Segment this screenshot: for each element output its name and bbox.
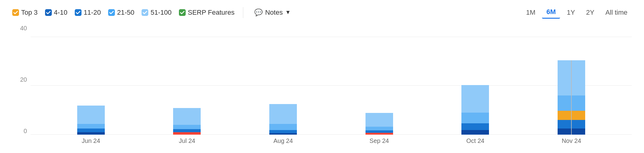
checkbox-51-100[interactable]	[142, 9, 148, 16]
bar-group[interactable]	[173, 108, 201, 135]
legend-item-4-10[interactable]: 4-10	[45, 9, 67, 17]
bar-group[interactable]	[558, 60, 585, 135]
chevron-down-icon: ▼	[285, 9, 291, 16]
bar-segment	[269, 130, 297, 133]
x-axis-label: Jun 24	[77, 137, 105, 144]
bars-container	[31, 25, 632, 135]
bar-segment	[173, 108, 201, 125]
legend-label-51-100: 51-100	[150, 9, 172, 17]
bar-segment	[461, 123, 489, 130]
toolbar: Top 34-1011-2021-5051-100SERP Features💬N…	[12, 6, 632, 19]
bar-segment	[461, 130, 489, 135]
y-axis-label: 0	[24, 128, 27, 135]
bar-segment	[173, 125, 201, 129]
bar-stack-Oct-24	[461, 85, 489, 135]
bar-group[interactable]	[77, 106, 105, 135]
checkbox-4-10[interactable]	[45, 9, 52, 16]
chart-area: 40200 Jun 24Jul 24Aug 24Sep 24Oct 24Nov …	[12, 22, 632, 147]
legend-label-21-50: 21-50	[117, 9, 134, 17]
bar-segment	[366, 130, 393, 133]
time-btn-2y[interactable]: 2Y	[582, 7, 599, 18]
bar-segment	[366, 127, 393, 130]
bar-segment	[461, 85, 489, 113]
bar-stack-Sep-24	[366, 113, 393, 135]
bar-segment	[173, 132, 201, 135]
x-axis-label: Jul 24	[173, 137, 201, 144]
bar-group[interactable]	[366, 113, 393, 135]
bar-segment	[77, 106, 105, 124]
y-axis-label: 20	[20, 76, 27, 83]
time-btn-all-time[interactable]: All time	[601, 7, 632, 18]
x-axis-label: Sep 24	[366, 137, 393, 144]
legend-label-top3: Top 3	[21, 9, 38, 17]
y-axis: 40200	[12, 22, 31, 147]
bar-segment	[77, 132, 105, 135]
bar-group[interactable]	[269, 104, 297, 135]
x-axis-label: Oct 24	[461, 137, 489, 144]
x-axis-label: Aug 24	[269, 137, 297, 144]
chart-body: Jun 24Jul 24Aug 24Sep 24Oct 24Nov 24	[31, 22, 632, 147]
checkbox-21-50[interactable]	[108, 9, 115, 16]
bar-segment	[366, 113, 393, 127]
time-range-group: 1M6M1Y2YAll time	[522, 6, 632, 19]
notes-label: Notes	[265, 9, 282, 17]
y-axis-label: 40	[20, 25, 27, 32]
x-labels: Jun 24Jul 24Aug 24Sep 24Oct 24Nov 24	[31, 135, 632, 147]
legend-item-top3[interactable]: Top 3	[12, 9, 38, 17]
bar-stack-Jul-24	[173, 108, 201, 135]
legend-item-21-50[interactable]: 21-50	[108, 9, 134, 17]
bar-group[interactable]	[461, 85, 489, 135]
legend-item-serp[interactable]: SERP Features	[179, 9, 234, 17]
main-container: Top 34-1011-2021-5051-100SERP Features💬N…	[0, 0, 644, 153]
notes-icon: 💬	[254, 9, 263, 17]
checkbox-top3[interactable]	[12, 9, 19, 16]
time-btn-1y[interactable]: 1Y	[563, 7, 579, 18]
bar-stack-Aug-24	[269, 104, 297, 135]
bar-stack-Jun-24	[77, 106, 105, 135]
toolbar-divider	[243, 7, 243, 18]
x-axis-label: Nov 24	[558, 137, 585, 144]
legend-item-11-20[interactable]: 11-20	[75, 9, 101, 17]
legend-label-serp: SERP Features	[188, 9, 234, 17]
bar-segment	[269, 124, 297, 130]
legend-item-51-100[interactable]: 51-100	[142, 9, 172, 17]
checkbox-11-20[interactable]	[75, 9, 81, 16]
legend-group: Top 34-1011-2021-5051-100SERP Features💬N…	[12, 7, 293, 18]
checkbox-serp[interactable]	[179, 9, 186, 16]
bar-segment	[173, 129, 201, 132]
tooltip-line	[571, 60, 572, 135]
bar-segment	[269, 104, 297, 124]
time-btn-6m[interactable]: 6M	[542, 6, 560, 19]
notes-button[interactable]: 💬Notes▼	[252, 7, 293, 18]
legend-label-4-10: 4-10	[54, 9, 67, 17]
bar-segment	[77, 129, 105, 132]
time-btn-1m[interactable]: 1M	[522, 7, 540, 18]
bar-segment	[77, 124, 105, 129]
bar-segment	[461, 113, 489, 123]
legend-label-11-20: 11-20	[84, 9, 101, 17]
